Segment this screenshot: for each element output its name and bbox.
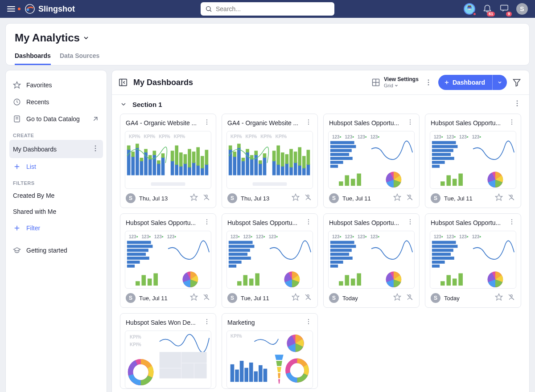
favorite-button[interactable] (190, 193, 198, 203)
share-button[interactable] (202, 293, 210, 303)
new-dashboard-dropdown[interactable] (492, 75, 507, 90)
dashboard-card[interactable]: Hubspot Sales Opportu... 123•123•123•123… (425, 213, 521, 308)
sidebar-getting-started[interactable]: Getting started (9, 242, 103, 259)
card-more-button[interactable] (203, 218, 210, 227)
sidebar-created-by-me[interactable]: Created By Me (9, 188, 103, 204)
dashboard-card[interactable]: GA4 - Organic Website ... KPI%KPI%KPI%KP… (222, 114, 318, 208)
svg-point-87 (308, 319, 309, 320)
dashboard-card[interactable]: Hubspot Sales Opportu... 123•123•123•123… (120, 213, 216, 308)
svg-marker-63 (191, 294, 198, 300)
card-date: Today (444, 295, 491, 302)
sidebar-shared-with-me[interactable]: Shared with Me (9, 204, 103, 220)
svg-point-43 (308, 122, 309, 122)
favorite-button[interactable] (393, 193, 401, 203)
svg-point-36 (206, 119, 207, 120)
brand[interactable]: Slingshot (25, 4, 75, 14)
card-footer: S Thu, Jul 13 (222, 189, 317, 208)
card-date: Tue, Jul 11 (444, 195, 491, 202)
assistant-avatar[interactable] (464, 3, 475, 15)
star-icon (495, 193, 503, 201)
preview-chart (125, 131, 211, 188)
svg-point-66 (308, 219, 309, 220)
sidebar-catalog[interactable]: Go to Data Catalog (9, 110, 103, 127)
card-more-button[interactable] (305, 318, 312, 327)
sidebar-label: Go to Data Catalog (26, 115, 80, 122)
svg-point-17 (95, 150, 96, 151)
catalog-icon (13, 115, 21, 123)
favorite-button[interactable] (495, 293, 503, 303)
svg-point-44 (308, 124, 309, 125)
favorite-button[interactable] (495, 193, 503, 203)
content-more-button[interactable] (422, 76, 435, 89)
share-button[interactable] (406, 293, 414, 303)
card-preview: 123•123•123•123• (430, 231, 516, 289)
card-more-button[interactable] (203, 318, 210, 327)
tab-data-sources[interactable]: Data Sources (60, 52, 99, 65)
card-more-button[interactable] (305, 218, 312, 227)
owner-avatar: S (126, 193, 136, 203)
svg-point-28 (428, 82, 429, 83)
preview-chart (329, 131, 414, 188)
favorite-button[interactable] (292, 193, 300, 203)
dashboard-card[interactable]: Hubspot Sales Opportu... 123•123•123•123… (425, 114, 521, 208)
dashboard-card[interactable]: Hubspot Sales Opportu... 123•123•123•123… (323, 213, 420, 308)
chevron-down-icon (394, 83, 399, 88)
dashboard-card[interactable]: Hubspot Sales Won De... KPI% KPI% (120, 313, 216, 389)
more-vertical-icon (203, 318, 210, 325)
share-button[interactable] (507, 193, 515, 203)
card-more-button[interactable] (305, 118, 312, 127)
hamburger-icon (7, 6, 15, 12)
card-more-button[interactable] (203, 118, 210, 127)
tab-dashboards[interactable]: Dashboards (15, 52, 51, 65)
card-preview: KPI% KPI% (125, 331, 211, 388)
chat-notifications[interactable]: 9 (499, 3, 509, 15)
share-button[interactable] (202, 193, 210, 203)
bell-notifications[interactable]: 61 (482, 3, 492, 15)
preview-chart (329, 231, 414, 288)
favorite-button[interactable] (292, 293, 300, 303)
sidebar: Favorites Recents Go to Data Catalog CRE… (5, 70, 107, 392)
more-vertical-icon (203, 218, 210, 225)
view-settings[interactable]: View Settings Grid (371, 76, 419, 89)
card-title: GA4 - Organic Website ... (126, 119, 203, 127)
chevron-down-icon[interactable] (82, 34, 90, 41)
new-dashboard-main[interactable]: Dashboard (438, 75, 492, 90)
section-more-button[interactable] (513, 99, 521, 109)
filter-button[interactable] (510, 76, 523, 89)
search-box[interactable] (201, 2, 334, 16)
svg-line-3 (210, 10, 211, 12)
menu-button[interactable] (7, 6, 21, 12)
dashboard-card[interactable]: Marketing KPI% (222, 313, 318, 389)
dashboard-card[interactable]: Hubspot Sales Opportu... 123•123•123•123… (323, 114, 420, 208)
card-preview: 123•123•123•123• (226, 231, 313, 289)
card-date: Tue, Jul 11 (139, 295, 186, 302)
search-input[interactable] (216, 5, 330, 12)
sidebar-recents[interactable]: Recents (9, 94, 103, 110)
collapse-sidebar-icon[interactable] (118, 78, 128, 87)
share-button[interactable] (406, 193, 414, 203)
share-button[interactable] (304, 193, 312, 203)
sidebar-my-dashboards[interactable]: My Dashboards (9, 140, 103, 158)
view-settings-label: View Settings (384, 76, 419, 82)
favorite-button[interactable] (393, 293, 401, 303)
card-more-button[interactable] (508, 118, 515, 127)
svg-point-86 (206, 323, 207, 324)
dashboard-card[interactable]: Hubspot Sales Opportu... 123•123•123•123… (222, 213, 318, 308)
svg-point-35 (517, 105, 518, 106)
chevron-down-icon[interactable] (120, 101, 127, 108)
share-button[interactable] (507, 293, 515, 303)
favorite-button[interactable] (190, 293, 198, 303)
card-more-button[interactable] (407, 218, 414, 227)
sidebar-add-filter[interactable]: Filter (9, 220, 103, 237)
card-more-button[interactable] (508, 218, 515, 227)
sidebar-favorites[interactable]: Favorites (9, 77, 103, 94)
dashboard-card[interactable]: GA4 - Organic Website ... KPI%KPI%KPI%KP… (120, 114, 216, 208)
card-more-button[interactable] (407, 118, 414, 127)
share-button[interactable] (304, 293, 312, 303)
sidebar-add-list[interactable]: List (9, 158, 103, 175)
card-title: Marketing (227, 319, 305, 326)
preview-chart (227, 231, 313, 288)
user-avatar[interactable]: S (516, 3, 528, 15)
more-icon[interactable] (91, 144, 99, 154)
external-link-icon (91, 115, 99, 123)
